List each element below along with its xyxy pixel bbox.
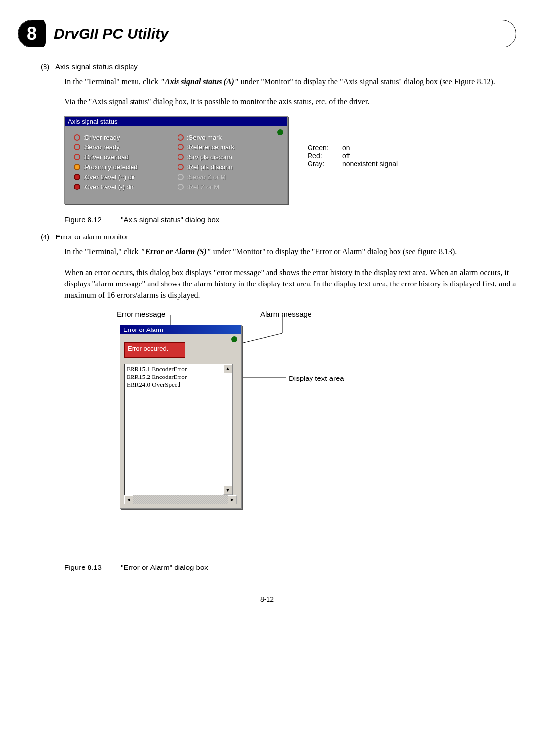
axis-signal-row: :Driver overload xyxy=(74,153,178,161)
chapter-header: 8 DrvGII PC Utility xyxy=(18,20,516,47)
axis-signal-row: :Proximity detected xyxy=(74,163,178,171)
legend-key: Green: xyxy=(308,144,342,152)
section-3-p2: Via the "Axis signal status" dialog box,… xyxy=(64,96,516,107)
section-3-title: Axis signal status display xyxy=(55,62,138,71)
error-history-textarea[interactable]: ERR15.1 EncoderErrorERR15.2 EncoderError… xyxy=(124,364,233,495)
axis-signal-label: :Srv pls disconn xyxy=(187,153,232,161)
status-indicator-icon xyxy=(231,336,237,342)
scroll-left-button[interactable]: ◄ xyxy=(124,495,133,504)
led-icon xyxy=(74,184,80,190)
axis-signal-status-dialog: Axis signal status :Driver ready:Servo r… xyxy=(64,116,288,204)
led-icon xyxy=(74,144,80,150)
led-icon xyxy=(74,134,80,141)
led-icon xyxy=(74,164,80,170)
legend-value: nonexistent signal xyxy=(342,160,398,168)
led-icon xyxy=(178,134,184,141)
led-icon xyxy=(178,154,184,160)
axis-signal-label: :Servo mark xyxy=(187,134,222,141)
scroll-right-button[interactable]: ► xyxy=(228,495,237,504)
axis-signal-label: :Reference mark xyxy=(187,143,234,151)
axis-signal-label: :Driver overload xyxy=(83,153,129,161)
scroll-down-button[interactable]: ▼ xyxy=(223,486,232,495)
section-4-p2: When an error occurs, this dialog box di… xyxy=(64,267,516,301)
axis-dialog-title: Axis signal status xyxy=(65,117,287,126)
axis-signal-label: :Ref Z or M xyxy=(187,183,219,190)
figure-8-12-caption: Figure 8.12 "Axis signal status" dialog … xyxy=(64,215,516,224)
axis-signal-label: :Proximity detected xyxy=(83,163,138,171)
led-icon xyxy=(178,184,184,190)
led-icon xyxy=(178,174,184,180)
annotation-error-message: Error message xyxy=(117,310,165,318)
figure-8-13: Error message Alarm message Display text… xyxy=(117,310,364,552)
legend-row: Gray:nonexistent signal xyxy=(308,160,398,168)
axis-signal-label: :Ref pls disconn xyxy=(187,163,233,171)
scroll-track[interactable] xyxy=(133,495,228,504)
legend-row: Green:on xyxy=(308,144,398,152)
section-3-heading: (3) Axis signal status display xyxy=(41,62,516,71)
section-4-p1: In the "Terminal," click "Error or Alarm… xyxy=(64,246,516,257)
led-icon xyxy=(74,154,80,160)
section-4-title: Error or alarm monitor xyxy=(56,233,129,241)
led-icon xyxy=(178,164,184,170)
axis-signal-row: :Servo ready xyxy=(74,143,178,151)
axis-signal-label: :Servo ready xyxy=(83,143,120,151)
axis-signal-label: :Servo Z or M xyxy=(187,173,226,181)
error-dialog-title: Error or Alarm xyxy=(120,325,241,334)
axis-signal-row: :Over travel (+) dir xyxy=(74,173,178,181)
axis-signal-label: :Driver ready xyxy=(83,134,120,141)
axis-signal-row: :Ref pls disconn xyxy=(178,163,281,171)
horizontal-scrollbar[interactable]: ◄ ► xyxy=(124,495,237,504)
annotation-display-text-area: Display text area xyxy=(289,374,344,382)
page-number: 8-12 xyxy=(18,595,516,603)
axis-signal-row: :Driver ready xyxy=(74,134,178,141)
axis-legend: Green:onRed:offGray:nonexistent signal xyxy=(308,144,398,168)
legend-value: off xyxy=(342,152,350,160)
scroll-up-button[interactable]: ▲ xyxy=(223,364,232,373)
axis-signal-row: :Srv pls disconn xyxy=(178,153,281,161)
axis-signal-row: :Servo mark xyxy=(178,134,281,141)
status-indicator-icon xyxy=(277,129,283,135)
error-line: ERR24.0 OverSpeed xyxy=(127,381,230,389)
led-icon xyxy=(74,174,80,180)
chapter-number-badge: 8 xyxy=(18,20,46,47)
axis-signal-row: :Servo Z or M xyxy=(178,173,281,181)
axis-signal-label: :Over travel (+) dir xyxy=(83,173,135,181)
axis-signal-row: :Ref Z or M xyxy=(178,183,281,190)
legend-key: Red: xyxy=(308,152,342,160)
error-line: ERR15.1 EncoderError xyxy=(127,365,230,373)
section-3-p1: In the "Terminal" menu, click "Axis sign… xyxy=(64,76,516,87)
error-or-alarm-dialog: Error or Alarm Error occured. ERR15.1 En… xyxy=(120,325,242,509)
axis-signal-label: :Over travel (-) dir xyxy=(83,183,134,190)
legend-row: Red:off xyxy=(308,152,398,160)
chapter-title: DrvGII PC Utility xyxy=(54,25,169,42)
section-3-number: (3) xyxy=(41,62,49,71)
error-banner: Error occured. xyxy=(124,342,185,358)
axis-signal-row: :Over travel (-) dir xyxy=(74,183,178,190)
legend-key: Gray: xyxy=(308,160,342,168)
section-4-heading: (4) Error or alarm monitor xyxy=(41,233,516,241)
section-4-number: (4) xyxy=(41,233,49,241)
figure-8-13-caption: Figure 8.13 "Error or Alarm" dialog box xyxy=(64,563,516,571)
legend-value: on xyxy=(342,144,350,152)
error-line: ERR15.2 EncoderError xyxy=(127,373,230,381)
led-icon xyxy=(178,144,184,150)
axis-signal-row: :Reference mark xyxy=(178,143,281,151)
